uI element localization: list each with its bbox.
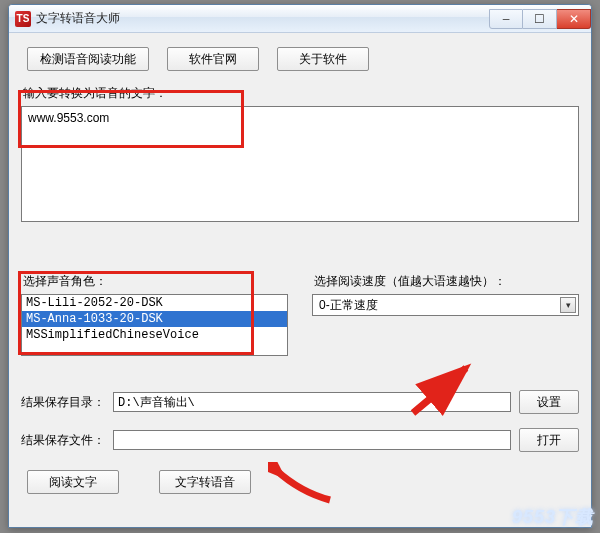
minimize-button[interactable]: – [489, 9, 523, 29]
close-button[interactable]: ✕ [557, 9, 591, 29]
save-file-label: 结果保存文件： [21, 432, 105, 449]
open-file-button[interactable]: 打开 [519, 428, 579, 452]
save-dir-input[interactable] [113, 392, 511, 412]
window-title: 文字转语音大师 [36, 10, 120, 27]
maximize-button[interactable]: ☐ [523, 9, 557, 29]
window-controls: – ☐ ✕ [489, 9, 591, 29]
save-file-input[interactable] [113, 430, 511, 450]
app-icon: TS [15, 11, 31, 27]
speed-select[interactable]: 0-正常速度 ▾ [312, 294, 579, 316]
convert-to-speech-button[interactable]: 文字转语音 [159, 470, 251, 494]
set-dir-button[interactable]: 设置 [519, 390, 579, 414]
official-site-button[interactable]: 软件官网 [167, 47, 259, 71]
input-text-area[interactable] [21, 106, 579, 222]
speed-value: 0-正常速度 [319, 297, 378, 314]
about-button[interactable]: 关于软件 [277, 47, 369, 71]
list-item[interactable]: MS-Anna-1033-20-DSK [22, 311, 287, 327]
save-dir-label: 结果保存目录： [21, 394, 105, 411]
read-text-button[interactable]: 阅读文字 [27, 470, 119, 494]
voice-role-label: 选择声音角色： [23, 273, 288, 290]
titlebar: TS 文字转语音大师 – ☐ ✕ [9, 5, 591, 33]
list-item[interactable]: MSSimplifiedChineseVoice [22, 327, 287, 343]
input-text-label: 输入要转换为语音的文字： [23, 85, 579, 102]
chevron-down-icon[interactable]: ▾ [560, 297, 576, 313]
list-item[interactable]: MS-Lili-2052-20-DSK [22, 295, 287, 311]
speed-label: 选择阅读速度（值越大语速越快）： [314, 273, 579, 290]
detect-voice-button[interactable]: 检测语音阅读功能 [27, 47, 149, 71]
voice-role-listbox[interactable]: MS-Lili-2052-20-DSK MS-Anna-1033-20-DSK … [21, 294, 288, 356]
